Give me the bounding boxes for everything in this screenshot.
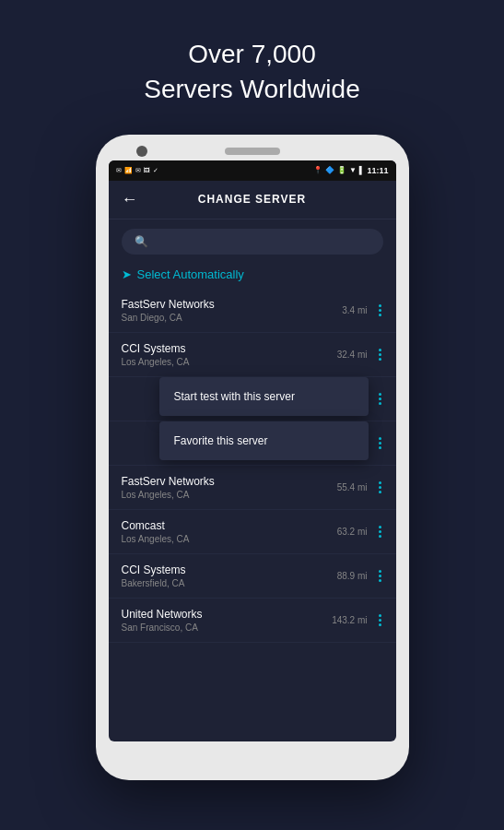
server-info: FastServ Networks San Diego, CA (122, 298, 343, 323)
more-options-button[interactable] (377, 302, 383, 318)
email-icon: ✉ (116, 167, 122, 174)
more-options-button[interactable] (377, 524, 383, 540)
server-location: Los Angeles, CA (122, 357, 337, 367)
phone-camera (136, 146, 147, 157)
photo-icon: 🖼 (144, 167, 150, 173)
server-location: San Diego, CA (122, 313, 343, 323)
status-bar: ✉ 📶 ✉ 🖼 ✓ 📍 🔷 🔋 ▼ ▌ 11:11 (109, 160, 396, 181)
phone-speaker (225, 148, 280, 155)
bluetooth-icon: 🔷 (325, 166, 334, 174)
server-location: Los Angeles, CA (122, 490, 337, 500)
server-info: CCI Systems Bakersfield, CA (122, 563, 337, 588)
table-row[interactable]: United Networks San Francisco, CA 143.2 … (109, 599, 396, 643)
server-distance: 88.9 mi (337, 571, 368, 581)
status-right-icons: 📍 🔷 🔋 ▼ ▌ 11:11 (313, 166, 389, 175)
nav-title: CHANGE SERVER (147, 193, 357, 206)
table-row[interactable]: FastServ Networks Los Angeles, CA 55.4 m… (109, 466, 396, 510)
more-options-button[interactable] (377, 612, 383, 628)
server-info: FastServ Networks Los Angeles, CA (122, 475, 337, 500)
server-name: FastServ Networks (122, 298, 343, 311)
search-icon: 🔍 (135, 235, 148, 248)
wifi-icon: ▼ (349, 166, 357, 174)
context-menu-row-2: - - 44.3 mi Favorite this server (109, 421, 396, 466)
select-auto-label: Select Automatically (137, 267, 244, 281)
server-name: CCI Systems (122, 563, 337, 576)
phone-screen: ✉ 📶 ✉ 🖼 ✓ 📍 🔷 🔋 ▼ ▌ 11:11 ← CHANGE SERVE… (109, 160, 396, 741)
more-options-button[interactable] (377, 568, 383, 584)
location-status-icon: 📍 (313, 166, 322, 174)
back-button[interactable]: ← (122, 190, 138, 209)
context-menu: Start test with this server (159, 377, 369, 416)
server-distance: 143.2 mi (332, 615, 367, 625)
table-row[interactable]: CCI Systems Bakersfield, CA 88.9 mi (109, 554, 396, 599)
battery-icon: 🔋 (337, 166, 346, 174)
email2-icon: ✉ (135, 167, 141, 174)
server-info: United Networks San Francisco, CA (122, 608, 333, 633)
phone-wrapper: ✉ 📶 ✉ 🖼 ✓ 📍 🔷 🔋 ▼ ▌ 11:11 ← CHANGE SERVE… (96, 135, 409, 780)
page-title: Over 7,000 Servers Worldwide (144, 37, 359, 107)
server-distance: 63.2 mi (337, 527, 368, 537)
context-menu-start-test[interactable]: Start test with this server (159, 377, 369, 416)
phone-top (109, 148, 396, 155)
table-row[interactable]: FastServ Networks San Diego, CA 3.4 mi (109, 289, 396, 333)
nav-bar: ← CHANGE SERVER (109, 181, 396, 219)
context-menu-2: Favorite this server (159, 421, 369, 460)
search-bar[interactable]: 🔍 (122, 229, 383, 255)
signal-icon: 📶 (124, 167, 133, 174)
status-left-icons: ✉ 📶 ✉ 🖼 ✓ (116, 167, 158, 174)
server-list: FastServ Networks San Diego, CA 3.4 mi C… (109, 289, 396, 643)
check-icon: ✓ (153, 167, 158, 174)
server-name: Comcast (122, 519, 337, 532)
server-info: CCI Systems Los Angeles, CA (122, 342, 337, 367)
status-time: 11:11 (367, 166, 388, 175)
server-name: CCI Systems (122, 342, 337, 355)
signal2-icon: ▌ (359, 166, 365, 174)
server-location: Bakersfield, CA (122, 578, 337, 588)
server-name: FastServ Networks (122, 475, 337, 488)
server-info: Comcast Los Angeles, CA (122, 519, 337, 544)
server-location: San Francisco, CA (122, 622, 333, 633)
select-automatically[interactable]: ➤ Select Automatically (109, 260, 396, 289)
server-distance: 55.4 mi (337, 482, 368, 492)
server-distance: 32.4 mi (337, 350, 368, 360)
server-distance: 3.4 mi (342, 305, 367, 315)
more-options-button[interactable] (377, 480, 383, 495)
navigate-icon: ➤ (122, 267, 132, 281)
table-row[interactable]: Comcast Los Angeles, CA 63.2 mi (109, 510, 396, 554)
context-menu-row: - - 36.7 mi Start test with this server (109, 377, 396, 421)
server-location: Los Angeles, CA (122, 534, 337, 544)
more-options-button[interactable] (377, 435, 383, 451)
server-name: United Networks (122, 608, 333, 621)
table-row[interactable]: CCI Systems Los Angeles, CA 32.4 mi (109, 333, 396, 377)
more-options-button[interactable] (377, 347, 383, 362)
context-menu-favorite[interactable]: Favorite this server (159, 421, 369, 460)
more-options-button[interactable] (377, 391, 383, 407)
